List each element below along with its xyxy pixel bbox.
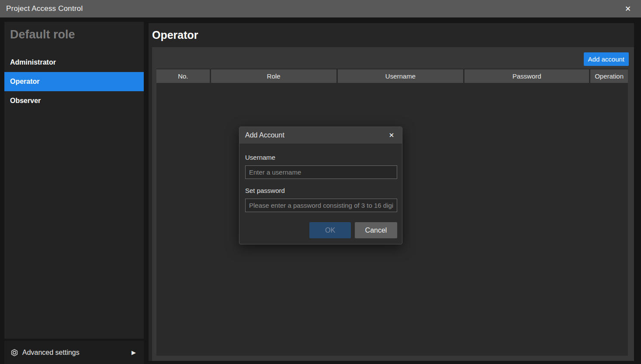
page-title: Operator — [149, 23, 634, 41]
role-list: Administrator Operator Observer — [4, 53, 144, 110]
username-label: Username — [245, 154, 275, 161]
window-title: Project Access Control — [0, 4, 83, 13]
add-account-dialog: Add Account ✕ Username Set password OK C… — [239, 127, 402, 244]
chevron-right-icon: ▶ — [132, 349, 136, 356]
add-account-button[interactable]: Add account — [584, 52, 629, 66]
sidebar: Default role Administrator Operator Obse… — [4, 22, 144, 339]
sidebar-item-label: Administrator — [10, 58, 56, 66]
project-access-control-window: Project Access Control ✕ Default role Ad… — [0, 0, 641, 364]
dialog-title: Add Account — [239, 131, 284, 139]
set-password-label: Set password — [245, 187, 285, 194]
cancel-button[interactable]: Cancel — [355, 222, 397, 238]
username-field[interactable] — [245, 165, 397, 179]
dialog-close-icon[interactable]: ✕ — [384, 127, 399, 144]
sidebar-item-administrator[interactable]: Administrator — [4, 53, 144, 72]
sidebar-item-operator[interactable]: Operator — [4, 72, 144, 91]
advanced-settings-button[interactable]: Advanced settings ▶ — [4, 341, 144, 364]
ok-button[interactable]: OK — [309, 222, 351, 238]
table-header-row: No. Role Username Password Operation — [156, 69, 628, 83]
column-header-no: No. — [156, 69, 210, 83]
sidebar-item-observer[interactable]: Observer — [4, 91, 144, 110]
dialog-titlebar: Add Account ✕ — [239, 127, 402, 144]
advanced-settings-label: Advanced settings — [22, 349, 80, 357]
gear-icon — [10, 349, 18, 357]
password-field[interactable] — [245, 199, 397, 212]
sidebar-item-label: Observer — [10, 97, 41, 105]
window-close-icon[interactable]: ✕ — [619, 0, 637, 17]
window-titlebar: Project Access Control ✕ — [0, 0, 641, 17]
column-header-operation: Operation — [590, 69, 628, 83]
column-header-username: Username — [338, 69, 463, 83]
column-header-password: Password — [464, 69, 589, 83]
sidebar-item-label: Operator — [10, 78, 40, 86]
column-header-role: Role — [211, 69, 336, 83]
sidebar-header: Default role — [4, 22, 144, 41]
